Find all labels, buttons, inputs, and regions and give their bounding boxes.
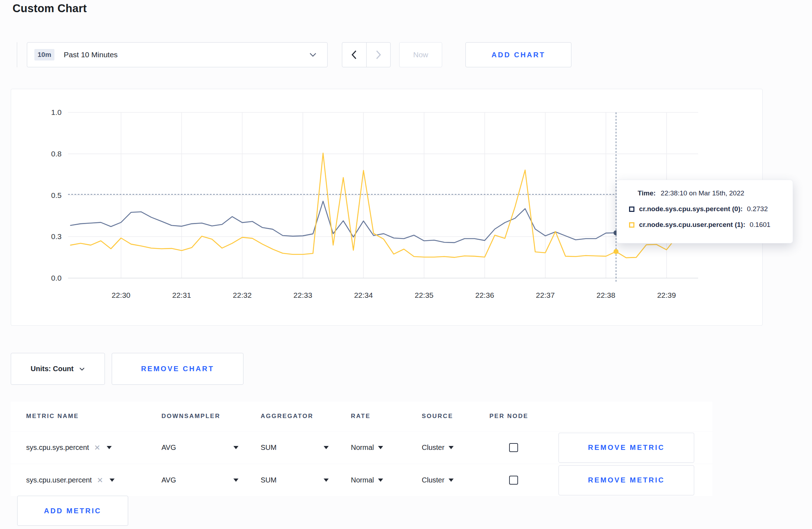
column-header-per-node: PER NODE bbox=[489, 413, 559, 420]
x-axis-tick-label: 22:39 bbox=[657, 291, 676, 299]
dropdown-caret-icon bbox=[378, 446, 383, 449]
source-value: Cluster bbox=[422, 476, 444, 484]
tooltip-series-name: cr.node.sys.cpu.sys.percent (0): bbox=[639, 205, 743, 213]
x-axis-tick-label: 22:37 bbox=[536, 291, 555, 299]
aggregator-value: SUM bbox=[261, 443, 276, 452]
metric-name-value: sys.cpu.sys.percent bbox=[26, 443, 89, 452]
y-axis-tick-label: 1.0 bbox=[51, 108, 62, 116]
y-axis-tick-label: 0.3 bbox=[51, 232, 62, 241]
rate-value: Normal bbox=[351, 443, 374, 452]
chevron-left-icon bbox=[351, 50, 357, 59]
x-axis-tick-label: 22:35 bbox=[415, 291, 434, 299]
user-percent-line bbox=[71, 153, 677, 258]
dropdown-caret-icon bbox=[110, 479, 115, 482]
remove-metric-button[interactable]: REMOVE METRIC bbox=[559, 433, 694, 463]
add-chart-button[interactable]: ADD CHART bbox=[465, 42, 571, 67]
downsampler-select[interactable]: AVG bbox=[161, 443, 261, 452]
tooltip-series-value: 0.2732 bbox=[747, 205, 768, 213]
time-range-badge: 10m bbox=[34, 49, 54, 60]
clear-metric-icon[interactable]: ✕ bbox=[97, 476, 103, 485]
downsampler-value: AVG bbox=[161, 476, 176, 484]
rate-value: Normal bbox=[351, 476, 374, 484]
add-metric-button[interactable]: ADD METRIC bbox=[17, 496, 128, 526]
rate-select[interactable]: Normal bbox=[351, 476, 422, 484]
dropdown-caret-icon bbox=[107, 446, 112, 449]
per-node-checkbox[interactable] bbox=[509, 443, 518, 452]
column-header-source: SOURCE bbox=[422, 413, 489, 420]
tooltip-series-name: cr.node.sys.cpu.user.percent (1): bbox=[639, 221, 745, 229]
clear-metric-icon[interactable]: ✕ bbox=[94, 443, 101, 452]
x-axis-tick-label: 22:36 bbox=[475, 291, 494, 299]
downsampler-select[interactable]: AVG bbox=[161, 476, 261, 484]
y-axis-tick-label: 0.8 bbox=[51, 150, 62, 158]
dropdown-caret-icon bbox=[324, 479, 329, 482]
time-range-dropdown[interactable]: 10m Past 10 Minutes bbox=[27, 42, 328, 67]
aggregator-select[interactable]: SUM bbox=[261, 443, 351, 452]
column-header-rate: RATE bbox=[351, 413, 422, 420]
chart-gridlines bbox=[68, 112, 698, 278]
prev-interval-button[interactable] bbox=[342, 43, 366, 67]
units-dropdown[interactable]: Units: Count bbox=[11, 353, 105, 385]
aggregator-value: SUM bbox=[261, 476, 276, 484]
column-header-downsampler: DOWNSAMPLER bbox=[161, 413, 261, 420]
dropdown-caret-icon bbox=[233, 446, 238, 449]
now-button[interactable]: Now bbox=[399, 42, 442, 67]
units-label: Units: Count bbox=[31, 365, 74, 373]
x-axis-tick-label: 22:30 bbox=[112, 291, 131, 299]
toolbar-divider bbox=[17, 42, 17, 67]
metrics-table: METRIC NAME DOWNSAMPLER AGGREGATOR RATE … bbox=[11, 402, 712, 497]
dropdown-caret-icon bbox=[449, 479, 454, 482]
aggregator-select[interactable]: SUM bbox=[261, 476, 351, 484]
column-header-metric-name: METRIC NAME bbox=[26, 413, 161, 420]
tooltip-time-value: 22:38:10 on Mar 15th, 2022 bbox=[661, 189, 744, 197]
metric-name-select[interactable]: sys.cpu.user.percent ✕ bbox=[26, 476, 161, 485]
metric-name-select[interactable]: sys.cpu.sys.percent ✕ bbox=[26, 443, 161, 452]
remove-metric-button[interactable]: REMOVE METRIC bbox=[559, 465, 694, 495]
y-axis-tick-label: 0.0 bbox=[51, 274, 62, 282]
per-node-checkbox[interactable] bbox=[509, 476, 518, 485]
source-select[interactable]: Cluster bbox=[422, 476, 489, 484]
dropdown-caret-icon bbox=[378, 479, 383, 482]
page-title: Custom Chart bbox=[13, 2, 87, 15]
sys-series-swatch-icon bbox=[629, 207, 634, 212]
source-select[interactable]: Cluster bbox=[422, 443, 489, 452]
next-interval-button[interactable] bbox=[366, 43, 391, 67]
metric-name-value: sys.cpu.user.percent bbox=[26, 476, 92, 484]
time-pager bbox=[342, 42, 391, 67]
downsampler-value: AVG bbox=[161, 443, 176, 452]
x-axis-tick-label: 22:34 bbox=[354, 291, 373, 299]
x-axis-tick-label: 22:33 bbox=[294, 291, 313, 299]
chevron-down-icon bbox=[309, 53, 316, 57]
chevron-right-icon bbox=[376, 50, 381, 59]
dropdown-caret-icon bbox=[233, 479, 238, 482]
metric-row: sys.cpu.sys.percent ✕ AVG SUM Normal Clu… bbox=[11, 432, 712, 464]
user-series-swatch-icon bbox=[629, 222, 634, 228]
x-axis-tick-label: 22:32 bbox=[233, 291, 252, 299]
metric-row: sys.cpu.user.percent ✕ AVG SUM Normal Cl… bbox=[11, 464, 712, 496]
chevron-down-icon bbox=[79, 367, 85, 371]
remove-chart-button[interactable]: REMOVE CHART bbox=[112, 353, 243, 385]
tooltip-series-value: 0.1601 bbox=[750, 221, 770, 229]
time-range-label: Past 10 Minutes bbox=[64, 50, 118, 59]
x-axis-tick-label: 22:31 bbox=[172, 291, 191, 299]
tooltip-time-label: Time: bbox=[638, 189, 656, 197]
x-axis-tick-label: 22:38 bbox=[596, 291, 615, 299]
dropdown-caret-icon bbox=[324, 446, 329, 449]
user-hover-point bbox=[614, 249, 619, 254]
chart-crosshair bbox=[68, 112, 698, 283]
chart-tooltip: Time: 22:38:10 on Mar 15th, 2022 cr.node… bbox=[617, 180, 793, 243]
column-header-aggregator: AGGREGATOR bbox=[261, 413, 351, 420]
rate-select[interactable]: Normal bbox=[351, 443, 422, 452]
metrics-table-header: METRIC NAME DOWNSAMPLER AGGREGATOR RATE … bbox=[11, 402, 712, 431]
dropdown-caret-icon bbox=[449, 446, 454, 449]
source-value: Cluster bbox=[422, 443, 444, 452]
y-axis-tick-label: 0.5 bbox=[51, 191, 62, 199]
